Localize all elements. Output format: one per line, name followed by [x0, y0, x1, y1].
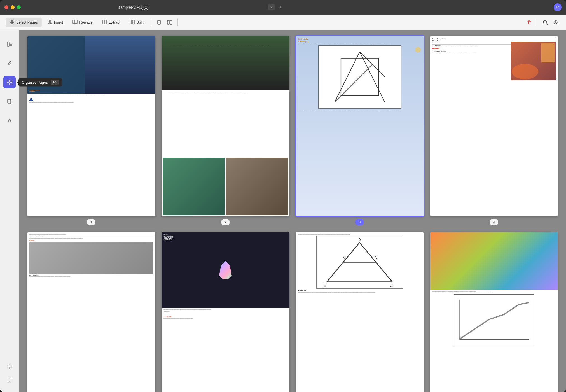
- sidebar-item-copy[interactable]: [3, 95, 16, 108]
- page-thumb-3[interactable]: 3 Geometric Philosophy The specific poin…: [296, 36, 424, 216]
- pages-area[interactable]: 1 Building environmentinformation: [19, 30, 566, 392]
- tab-close-button[interactable]: ✕: [268, 4, 275, 10]
- replace-label: Replace: [79, 20, 93, 24]
- svg-line-21: [546, 24, 548, 25]
- zoom-out-button[interactable]: [541, 18, 550, 27]
- page-item-1: 1 Building environmentinformation: [27, 36, 155, 225]
- svg-line-38: [360, 52, 385, 102]
- page-thumb-1[interactable]: 1 Building environmentinformation: [27, 36, 155, 216]
- two-page-button[interactable]: [165, 18, 174, 27]
- svg-text:B: B: [324, 283, 327, 288]
- page-3-badge: 3: [355, 219, 364, 225]
- svg-rect-31: [10, 80, 12, 82]
- zoom-in-button[interactable]: [551, 18, 560, 27]
- page-thumb-4[interactable]: 4 Basic Elements ofPlane Space Any art c…: [430, 36, 558, 216]
- svg-rect-8: [74, 20, 76, 24]
- svg-rect-7: [73, 20, 74, 24]
- tooltip-label: Organize Pages: [22, 80, 48, 85]
- svg-text:A: A: [358, 237, 361, 242]
- title-bar: samplePDF(1)(1) ✕ + C: [0, 0, 566, 15]
- page-thumb-5[interactable]: Points also have dominant and recessive …: [27, 232, 155, 392]
- insert-label: Insert: [54, 20, 63, 24]
- toolbar-separator-2: [177, 18, 178, 26]
- svg-rect-30: [7, 80, 9, 82]
- svg-line-37: [335, 52, 359, 102]
- pages-grid: 1 Building environmentinformation: [27, 36, 558, 392]
- extract-button[interactable]: Extract: [98, 18, 124, 27]
- split-label: Split: [136, 20, 143, 24]
- svg-rect-32: [7, 83, 9, 85]
- toolbar-right: [525, 18, 560, 27]
- sidebar-item-bookmark[interactable]: [3, 374, 16, 386]
- svg-text:M: M: [343, 255, 346, 260]
- svg-rect-26: [7, 42, 9, 46]
- page-item-6: PRISMDECOMPOSITION SUNLIGHTEXPERIMENT Ne…: [162, 232, 289, 392]
- toolbar-separator-1: [151, 18, 151, 26]
- page-2-badge: 2: [221, 219, 230, 225]
- delete-button[interactable]: [525, 18, 534, 27]
- svg-rect-0: [10, 20, 12, 22]
- page-4-badge: 4: [490, 219, 498, 225]
- svg-rect-5: [50, 20, 52, 24]
- svg-rect-35: [8, 99, 11, 103]
- select-pages-icon: [10, 19, 15, 25]
- page-item-2: 2 The practical results show that throug…: [162, 36, 289, 225]
- page-item-5: Points also have dominant and recessive …: [27, 232, 155, 392]
- split-icon: [130, 19, 135, 25]
- sidebar-bottom: [3, 361, 16, 390]
- sidebar-item-layers[interactable]: [3, 361, 16, 373]
- svg-line-25: [557, 24, 558, 25]
- sidebar-item-stamp[interactable]: [3, 114, 16, 127]
- replace-icon: [72, 19, 78, 25]
- svg-rect-18: [170, 20, 172, 24]
- svg-rect-14: [133, 20, 134, 24]
- active-indicator: [4, 81, 7, 83]
- sidebar: Organize Pages ⌘3: [0, 30, 19, 392]
- sidebar-item-organize[interactable]: [3, 76, 16, 88]
- insert-icon: [47, 19, 52, 25]
- select-pages-button[interactable]: Select Pages: [6, 18, 42, 27]
- tooltip-shortcut: ⌘3: [51, 80, 59, 85]
- page-1-badge: 1: [87, 219, 95, 225]
- svg-rect-3: [12, 22, 14, 24]
- sidebar-item-edit[interactable]: [3, 57, 16, 69]
- replace-button[interactable]: Replace: [69, 18, 97, 27]
- svg-rect-33: [10, 83, 12, 85]
- extract-icon: [102, 19, 107, 25]
- page-item-8: This experiment can be repeated over and…: [430, 232, 558, 392]
- page-item-4: 4 Basic Elements ofPlane Space Any art c…: [430, 36, 558, 225]
- window-title: samplePDF(1)(1): [1, 5, 266, 10]
- extract-label: Extract: [109, 20, 120, 24]
- svg-rect-9: [76, 20, 77, 24]
- page-thumb-7[interactable]: These studies laid the foundation for th…: [296, 232, 424, 392]
- page-thumb-6[interactable]: PRISMDECOMPOSITION SUNLIGHTEXPERIMENT Ne…: [162, 232, 289, 392]
- insert-button[interactable]: Insert: [43, 18, 67, 27]
- page-thumb-2[interactable]: 2 The practical results show that throug…: [162, 36, 289, 216]
- svg-rect-17: [167, 20, 169, 24]
- svg-rect-13: [130, 20, 132, 24]
- svg-rect-4: [48, 20, 49, 24]
- select-pages-label: Select Pages: [16, 20, 38, 24]
- split-button[interactable]: Split: [126, 18, 147, 27]
- new-tab-button[interactable]: +: [277, 4, 284, 10]
- single-page-button[interactable]: [155, 18, 163, 27]
- organize-pages-tooltip: Organize Pages ⌘3: [18, 78, 62, 87]
- toolbar-separator-3: [537, 18, 537, 26]
- svg-text:C: C: [390, 283, 393, 288]
- main-window: samplePDF(1)(1) ✕ + C Select Pages: [0, 0, 566, 392]
- svg-rect-2: [10, 22, 12, 24]
- main-area: Organize Pages ⌘3: [0, 30, 566, 392]
- user-avatar[interactable]: C: [554, 3, 562, 11]
- svg-line-41: [335, 64, 372, 102]
- svg-text:N: N: [375, 255, 378, 260]
- page-item-7: These studies laid the foundation for th…: [296, 232, 424, 392]
- svg-rect-1: [12, 20, 14, 22]
- page-thumb-8[interactable]: This experiment can be repeated over and…: [430, 232, 558, 392]
- toolbar: Select Pages Insert: [0, 15, 566, 30]
- svg-rect-16: [158, 20, 160, 24]
- sidebar-item-panel[interactable]: [3, 38, 16, 50]
- page-item-3: 3 Geometric Philosophy The specific poin…: [296, 36, 424, 225]
